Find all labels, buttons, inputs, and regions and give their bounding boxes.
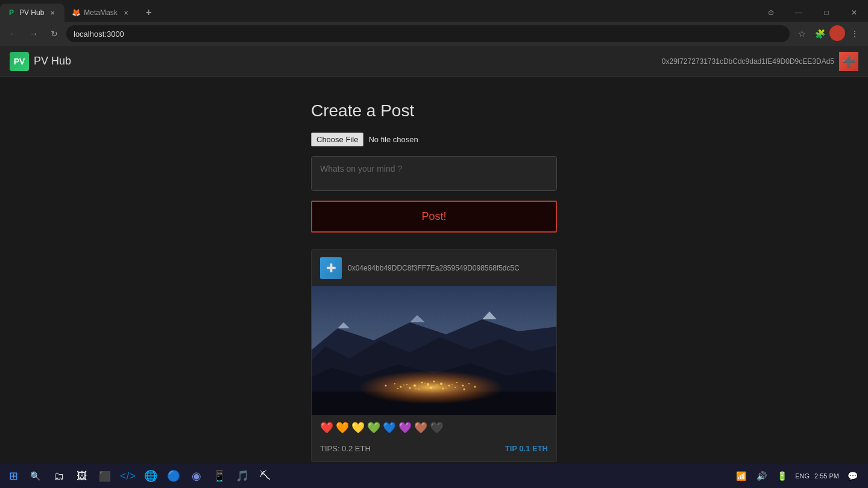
no-file-label: No file chosen: [368, 135, 418, 144]
svg-point-21: [409, 387, 411, 389]
address-bar-actions: ☆ 🧩 ⋮: [793, 25, 863, 42]
taskbar-sys-icons: 📶 🔊 🔋: [732, 468, 790, 484]
battery-icon[interactable]: 🔋: [773, 468, 790, 484]
wallet-avatar[interactable]: ➕: [839, 52, 858, 71]
network-icon[interactable]: 📶: [732, 468, 749, 484]
post-author-address: 0x04e94bb49DDC8f3FF7Ea2859549D098568f5dc…: [348, 264, 520, 272]
taskbar-lang: ENG: [795, 472, 810, 480]
logo-icon: PV: [10, 52, 29, 71]
reaction-brown-heart[interactable]: 🤎: [414, 421, 427, 434]
taskbar-clock[interactable]: 2:55 PM: [814, 472, 839, 480]
tab-metamask[interactable]: 🦊 MetaMask ✕: [64, 4, 137, 22]
taskbar-app-photos[interactable]: 🖼: [71, 465, 93, 487]
svg-point-11: [421, 382, 423, 384]
app-name: PV Hub: [34, 55, 71, 67]
tab-metamask-label: MetaMask: [84, 8, 117, 17]
reaction-row: ❤️ 🧡 💛 💚 💙 💜 🤎 🖤: [312, 415, 556, 439]
svg-point-8: [400, 386, 402, 388]
taskbar-app-cursor[interactable]: ⬛: [94, 465, 116, 487]
svg-point-13: [433, 381, 435, 383]
close-button[interactable]: ✕: [840, 2, 868, 23]
menu-icon[interactable]: ⋮: [846, 25, 863, 42]
svg-point-7: [394, 383, 395, 384]
svg-point-24: [442, 388, 444, 390]
content-wrapper: Create a Post Choose File No file chosen…: [301, 101, 567, 462]
logo-text: PV: [14, 57, 25, 66]
extensions-icon[interactable]: 🧩: [811, 25, 828, 42]
tab-close-metamask[interactable]: ✕: [121, 8, 131, 17]
start-button[interactable]: ⊞: [2, 466, 24, 486]
svg-point-30: [451, 384, 453, 385]
post-card: ✚ 0x04e94bb49DDC8f3FF7Ea2859549D098568f5…: [311, 249, 557, 462]
app-logo: PV PV Hub: [10, 52, 71, 71]
svg-point-20: [397, 388, 398, 389]
svg-point-9: [406, 384, 407, 385]
taskbar-search-icon[interactable]: 🔍: [25, 466, 45, 486]
maximize-button[interactable]: □: [813, 2, 840, 23]
svg-point-28: [424, 383, 426, 384]
svg-point-16: [456, 382, 458, 383]
start-icon: ⊞: [9, 469, 18, 483]
wallet-address: 0x29f7272731731cDbCdc9dad1fE49D0D9cEE3DA…: [662, 52, 858, 71]
tab-pv-hub[interactable]: P PV Hub ✕: [0, 4, 64, 22]
post-header: ✚ 0x04e94bb49DDC8f3FF7Ea2859549D098568f5…: [312, 250, 556, 286]
reaction-yellow-heart[interactable]: 💛: [351, 421, 365, 434]
volume-icon[interactable]: 🔊: [753, 468, 770, 484]
back-button[interactable]: ←: [5, 25, 22, 42]
app-header: PV PV Hub 0x29f7272731731cDbCdc9dad1fE49…: [0, 46, 868, 77]
taskbar-app-music[interactable]: 🎵: [231, 465, 253, 487]
taskbar-time-display: 2:55 PM: [814, 472, 839, 480]
svg-point-31: [415, 388, 417, 390]
pv-hub-favicon: P: [7, 8, 16, 17]
taskbar-apps: 🗂 🖼 ⬛ </> 🌐 🔵 ◉ 📱 🎵 ⛏: [48, 465, 276, 487]
file-input-row: Choose File No file chosen: [311, 133, 557, 146]
taskbar: ⊞ 🔍 🗂 🖼 ⬛ </> 🌐 🔵 ◉ 📱 🎵 ⛏ 📶 🔊 🔋 ENG 2:55…: [0, 464, 868, 488]
bookmark-icon[interactable]: ☆: [793, 25, 810, 42]
main-content: Create a Post Choose File No file chosen…: [0, 77, 868, 464]
taskbar-right: 📶 🔊 🔋 ENG 2:55 PM 💬: [732, 468, 866, 484]
svg-point-29: [436, 384, 438, 386]
svg-point-18: [468, 383, 470, 384]
taskbar-app-game[interactable]: ⛏: [254, 465, 276, 487]
landscape-svg: [312, 286, 556, 415]
reaction-black-heart[interactable]: 🖤: [430, 421, 443, 434]
svg-point-15: [448, 385, 450, 387]
taskbar-app-vscode[interactable]: </>: [117, 465, 139, 487]
forward-button[interactable]: →: [25, 25, 42, 42]
reaction-purple-heart[interactable]: 💜: [398, 421, 412, 434]
reaction-red-heart[interactable]: ❤️: [320, 421, 333, 434]
circle-indicator: ⊙: [757, 2, 785, 23]
notifications-icon[interactable]: 💬: [844, 468, 861, 484]
svg-point-17: [462, 385, 464, 387]
reaction-green-heart[interactable]: 💚: [367, 421, 380, 434]
taskbar-app-explorer[interactable]: 🗂: [48, 465, 70, 487]
wallet-address-text: 0x29f7272731731cDbCdc9dad1fE49D0D9cEE3DA…: [662, 57, 834, 66]
reaction-orange-heart[interactable]: 🧡: [336, 421, 349, 434]
post-button[interactable]: Post!: [311, 201, 557, 233]
reaction-blue-heart[interactable]: 💙: [383, 421, 396, 434]
user-avatar[interactable]: [829, 25, 845, 41]
tab-bar: P PV Hub ✕ 🦊 MetaMask ✕ + ⊙ — □ ✕: [0, 0, 868, 22]
minimize-button[interactable]: —: [785, 2, 813, 23]
choose-file-button[interactable]: Choose File: [311, 133, 363, 146]
taskbar-app-discord[interactable]: ◉: [186, 465, 207, 487]
tip-button[interactable]: TIP 0.1 ETH: [505, 444, 548, 453]
address-input[interactable]: [66, 25, 790, 42]
svg-point-12: [427, 383, 429, 386]
svg-point-27: [403, 384, 404, 386]
page-title: Create a Post: [311, 101, 557, 120]
taskbar-app-chrome[interactable]: 🔵: [163, 465, 184, 487]
taskbar-app-edge[interactable]: 🌐: [140, 465, 162, 487]
svg-point-10: [414, 384, 416, 387]
svg-point-32: [445, 387, 447, 389]
metamask-favicon: 🦊: [72, 8, 80, 17]
tab-pv-hub-label: PV Hub: [19, 8, 44, 17]
tips-amount: TIPS: 0.2 ETH: [320, 444, 371, 453]
tab-close-pv-hub[interactable]: ✕: [48, 8, 57, 17]
svg-point-26: [464, 389, 465, 390]
taskbar-app-whatsapp[interactable]: 📱: [209, 465, 230, 487]
svg-point-19: [474, 386, 476, 388]
new-tab-button[interactable]: +: [140, 4, 157, 21]
reload-button[interactable]: ↻: [46, 25, 63, 42]
post-text-input[interactable]: [311, 156, 557, 191]
